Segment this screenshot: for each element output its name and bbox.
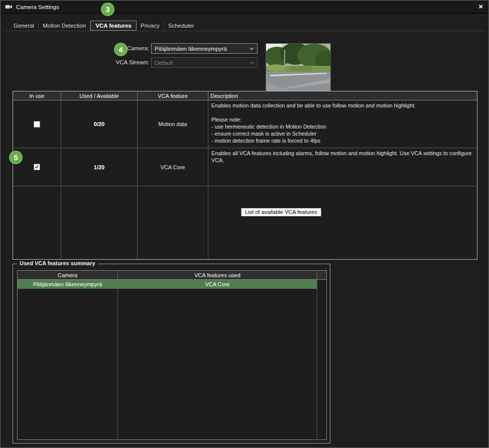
tab-general[interactable]: General: [10, 21, 39, 31]
step-badge-4: 4: [114, 43, 128, 56]
summary-features-used: VCA Core: [118, 280, 317, 289]
feature-description: Enables motion data collection and be ab…: [208, 100, 477, 148]
column-header-used-available[interactable]: Used / Available: [61, 91, 138, 100]
column-header-camera[interactable]: Camera: [18, 271, 118, 279]
column-header-features-used[interactable]: VCA features used: [118, 271, 317, 279]
in-use-cell: [13, 100, 61, 148]
step-badge-5: 5: [9, 151, 23, 164]
vca-stream-select[interactable]: Default: [151, 57, 258, 68]
summary-row-spacer: [317, 280, 326, 289]
used-available-value: 0/20: [61, 100, 138, 148]
feature-name: VCA Core: [138, 148, 208, 186]
vca-stream-select-value: Default: [155, 60, 173, 66]
feature-name: Motion data: [138, 100, 208, 148]
column-header-in-use[interactable]: In use: [13, 91, 61, 100]
summary-table: Camera VCA features used Pitäjänmäen lii…: [17, 270, 327, 440]
table-row-motion-data: 0/20 Motion data Enables motion data col…: [13, 100, 477, 148]
used-vca-summary-group: Used VCA features summary Camera VCA fea…: [13, 264, 330, 443]
camera-icon: [5, 4, 13, 10]
tab-motion-detection[interactable]: Motion Detection: [39, 21, 90, 31]
summary-camera-name: Pitäjänmäen liikenneympyrä: [18, 280, 118, 289]
group-title: Used VCA features summary: [17, 260, 98, 266]
feature-description: Enables all VCA features including alarm…: [208, 148, 477, 186]
tab-scheduler[interactable]: Scheduler: [164, 21, 198, 31]
summary-row-selected[interactable]: Pitäjänmäen liikenneympyrä VCA Core: [18, 280, 326, 289]
vca-feature-table: In use Used / Available VCA feature Desc…: [13, 91, 477, 260]
titlebar: Camera Settings ×: [1, 1, 488, 14]
close-icon[interactable]: ×: [478, 2, 483, 11]
chevron-down-icon: [250, 47, 254, 50]
vca-stream-label: VCA Stream:: [84, 59, 149, 65]
used-available-value: 1/20: [61, 148, 138, 186]
empty-table-area: [13, 186, 477, 259]
check-mark: ✓: [35, 164, 39, 170]
chevron-down-icon: [250, 61, 254, 64]
column-header-spacer: [317, 271, 326, 279]
summary-empty-area: [18, 289, 326, 439]
step-badge-3: 3: [101, 3, 114, 16]
summary-table-header: Camera VCA features used: [18, 271, 326, 280]
window-title: Camera Settings: [16, 4, 59, 10]
tab-vca-features[interactable]: VCA features: [90, 21, 137, 31]
table-row-vca-core: ✓ 1/20 VCA Core Enables all VCA features…: [13, 148, 477, 186]
tooltip: List of available VCA features: [241, 208, 321, 216]
column-header-description[interactable]: Description: [208, 91, 477, 100]
column-header-vca-feature[interactable]: VCA feature: [138, 91, 208, 100]
camera-preview-thumbnail: [266, 43, 331, 92]
vca-feature-table-header: In use Used / Available VCA feature Desc…: [13, 91, 477, 100]
vca-core-checkbox[interactable]: ✓: [34, 164, 40, 170]
tab-privacy[interactable]: Privacy: [137, 21, 164, 31]
camera-settings-dialog: Camera Settings × General Motion Detecti…: [0, 0, 489, 448]
tab-bar: General Motion Detection VCA features Pr…: [5, 20, 484, 31]
camera-select-value: Pitäjänmäen liikenneympyrä: [155, 46, 227, 52]
motion-data-checkbox[interactable]: [34, 121, 40, 128]
camera-select[interactable]: Pitäjänmäen liikenneympyrä: [151, 43, 258, 54]
